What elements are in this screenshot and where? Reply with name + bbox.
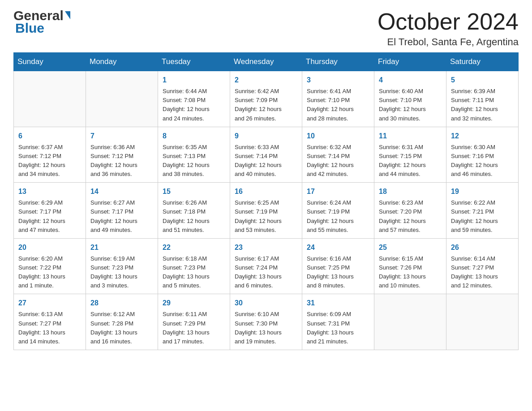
table-row: 11Sunrise: 6:31 AM Sunset: 7:15 PM Dayli…: [374, 127, 446, 183]
title-section: October 2024 El Trebol, Santa Fe, Argent…: [378, 9, 519, 48]
header-thursday: Thursday: [302, 53, 374, 71]
day-info: Sunrise: 6:32 AM Sunset: 7:14 PM Dayligh…: [307, 143, 369, 179]
table-row: [86, 71, 158, 127]
day-number: 17: [307, 186, 369, 197]
day-info: Sunrise: 6:13 AM Sunset: 7:27 PM Dayligh…: [18, 310, 81, 346]
header-saturday: Saturday: [446, 53, 519, 71]
day-number: 25: [379, 242, 442, 253]
table-row: 7Sunrise: 6:36 AM Sunset: 7:12 PM Daylig…: [86, 127, 158, 183]
table-row: 3Sunrise: 6:41 AM Sunset: 7:10 PM Daylig…: [302, 71, 374, 127]
table-row: 29Sunrise: 6:11 AM Sunset: 7:29 PM Dayli…: [158, 294, 230, 350]
day-info: Sunrise: 6:40 AM Sunset: 7:10 PM Dayligh…: [379, 87, 442, 123]
day-number: 9: [235, 131, 297, 141]
day-info: Sunrise: 6:26 AM Sunset: 7:18 PM Dayligh…: [163, 198, 225, 235]
day-number: 8: [163, 131, 225, 141]
day-number: 11: [379, 131, 442, 141]
day-number: 27: [18, 298, 81, 308]
day-info: Sunrise: 6:17 AM Sunset: 7:24 PM Dayligh…: [235, 254, 297, 291]
table-row: [374, 294, 446, 350]
day-number: 7: [90, 131, 153, 141]
day-info: Sunrise: 6:14 AM Sunset: 7:27 PM Dayligh…: [451, 254, 514, 291]
table-row: 27Sunrise: 6:13 AM Sunset: 7:27 PM Dayli…: [14, 294, 86, 350]
calendar-header-row: Sunday Monday Tuesday Wednesday Thursday…: [14, 53, 519, 71]
day-info: Sunrise: 6:39 AM Sunset: 7:11 PM Dayligh…: [451, 87, 514, 123]
day-number: 12: [451, 131, 514, 141]
table-row: 10Sunrise: 6:32 AM Sunset: 7:14 PM Dayli…: [302, 127, 374, 183]
day-info: Sunrise: 6:23 AM Sunset: 7:20 PM Dayligh…: [379, 198, 442, 235]
calendar-week-row: 13Sunrise: 6:29 AM Sunset: 7:17 PM Dayli…: [14, 183, 519, 239]
day-number: 29: [163, 298, 225, 308]
day-number: 22: [163, 242, 225, 253]
day-info: Sunrise: 6:20 AM Sunset: 7:22 PM Dayligh…: [18, 254, 81, 291]
day-number: 31: [307, 298, 369, 308]
table-row: 1Sunrise: 6:44 AM Sunset: 7:08 PM Daylig…: [158, 71, 230, 127]
day-number: 20: [18, 242, 81, 253]
header-monday: Monday: [86, 53, 158, 71]
table-row: 18Sunrise: 6:23 AM Sunset: 7:20 PM Dayli…: [374, 183, 446, 239]
day-info: Sunrise: 6:35 AM Sunset: 7:13 PM Dayligh…: [163, 143, 225, 179]
logo: General Blue: [13, 9, 70, 35]
day-number: 14: [90, 186, 153, 197]
day-info: Sunrise: 6:10 AM Sunset: 7:30 PM Dayligh…: [235, 310, 297, 346]
logo-blue-text: Blue: [13, 21, 70, 35]
table-row: 26Sunrise: 6:14 AM Sunset: 7:27 PM Dayli…: [446, 238, 519, 294]
day-info: Sunrise: 6:11 AM Sunset: 7:29 PM Dayligh…: [163, 310, 225, 346]
header-wednesday: Wednesday: [230, 53, 302, 71]
day-number: 30: [235, 298, 297, 308]
calendar-week-row: 1Sunrise: 6:44 AM Sunset: 7:08 PM Daylig…: [14, 71, 519, 127]
day-info: Sunrise: 6:37 AM Sunset: 7:12 PM Dayligh…: [18, 143, 81, 179]
day-number: 16: [235, 186, 297, 197]
page-header: General Blue October 2024 El Trebol, San…: [13, 9, 519, 48]
calendar-week-row: 27Sunrise: 6:13 AM Sunset: 7:27 PM Dayli…: [14, 294, 519, 350]
day-info: Sunrise: 6:36 AM Sunset: 7:12 PM Dayligh…: [90, 143, 153, 179]
table-row: 6Sunrise: 6:37 AM Sunset: 7:12 PM Daylig…: [14, 127, 86, 183]
day-info: Sunrise: 6:33 AM Sunset: 7:14 PM Dayligh…: [235, 143, 297, 179]
day-number: 24: [307, 242, 369, 253]
day-info: Sunrise: 6:24 AM Sunset: 7:19 PM Dayligh…: [307, 198, 369, 235]
table-row: 17Sunrise: 6:24 AM Sunset: 7:19 PM Dayli…: [302, 183, 374, 239]
table-row: 20Sunrise: 6:20 AM Sunset: 7:22 PM Dayli…: [14, 238, 86, 294]
day-info: Sunrise: 6:30 AM Sunset: 7:16 PM Dayligh…: [451, 143, 514, 179]
table-row: 23Sunrise: 6:17 AM Sunset: 7:24 PM Dayli…: [230, 238, 302, 294]
day-info: Sunrise: 6:22 AM Sunset: 7:21 PM Dayligh…: [451, 198, 514, 235]
table-row: 25Sunrise: 6:15 AM Sunset: 7:26 PM Dayli…: [374, 238, 446, 294]
day-number: 5: [451, 75, 514, 86]
day-number: 15: [163, 186, 225, 197]
day-info: Sunrise: 6:18 AM Sunset: 7:23 PM Dayligh…: [163, 254, 225, 291]
table-row: 30Sunrise: 6:10 AM Sunset: 7:30 PM Dayli…: [230, 294, 302, 350]
table-row: 4Sunrise: 6:40 AM Sunset: 7:10 PM Daylig…: [374, 71, 446, 127]
day-info: Sunrise: 6:16 AM Sunset: 7:25 PM Dayligh…: [307, 254, 369, 291]
header-sunday: Sunday: [14, 53, 86, 71]
table-row: 9Sunrise: 6:33 AM Sunset: 7:14 PM Daylig…: [230, 127, 302, 183]
day-info: Sunrise: 6:41 AM Sunset: 7:10 PM Dayligh…: [307, 87, 369, 123]
day-info: Sunrise: 6:12 AM Sunset: 7:28 PM Dayligh…: [90, 310, 153, 346]
table-row: 15Sunrise: 6:26 AM Sunset: 7:18 PM Dayli…: [158, 183, 230, 239]
table-row: 5Sunrise: 6:39 AM Sunset: 7:11 PM Daylig…: [446, 71, 519, 127]
day-info: Sunrise: 6:27 AM Sunset: 7:17 PM Dayligh…: [90, 198, 153, 235]
day-number: 3: [307, 75, 369, 86]
table-row: 31Sunrise: 6:09 AM Sunset: 7:31 PM Dayli…: [302, 294, 374, 350]
header-friday: Friday: [374, 53, 446, 71]
table-row: 21Sunrise: 6:19 AM Sunset: 7:23 PM Dayli…: [86, 238, 158, 294]
day-info: Sunrise: 6:19 AM Sunset: 7:23 PM Dayligh…: [90, 254, 153, 291]
day-number: 2: [235, 75, 297, 86]
location-text: El Trebol, Santa Fe, Argentina: [378, 36, 519, 48]
day-number: 26: [451, 242, 514, 253]
table-row: 8Sunrise: 6:35 AM Sunset: 7:13 PM Daylig…: [158, 127, 230, 183]
calendar-week-row: 20Sunrise: 6:20 AM Sunset: 7:22 PM Dayli…: [14, 238, 519, 294]
day-info: Sunrise: 6:25 AM Sunset: 7:19 PM Dayligh…: [235, 198, 297, 235]
day-number: 19: [451, 186, 514, 197]
day-number: 18: [379, 186, 442, 197]
day-number: 1: [163, 75, 225, 86]
day-info: Sunrise: 6:09 AM Sunset: 7:31 PM Dayligh…: [307, 310, 369, 346]
table-row: 14Sunrise: 6:27 AM Sunset: 7:17 PM Dayli…: [86, 183, 158, 239]
table-row: [14, 71, 86, 127]
table-row: 22Sunrise: 6:18 AM Sunset: 7:23 PM Dayli…: [158, 238, 230, 294]
table-row: 24Sunrise: 6:16 AM Sunset: 7:25 PM Dayli…: [302, 238, 374, 294]
day-number: 23: [235, 242, 297, 253]
day-info: Sunrise: 6:15 AM Sunset: 7:26 PM Dayligh…: [379, 254, 442, 291]
header-tuesday: Tuesday: [158, 53, 230, 71]
calendar-week-row: 6Sunrise: 6:37 AM Sunset: 7:12 PM Daylig…: [14, 127, 519, 183]
month-title: October 2024: [378, 9, 519, 34]
logo-triangle-icon: [65, 11, 70, 19]
